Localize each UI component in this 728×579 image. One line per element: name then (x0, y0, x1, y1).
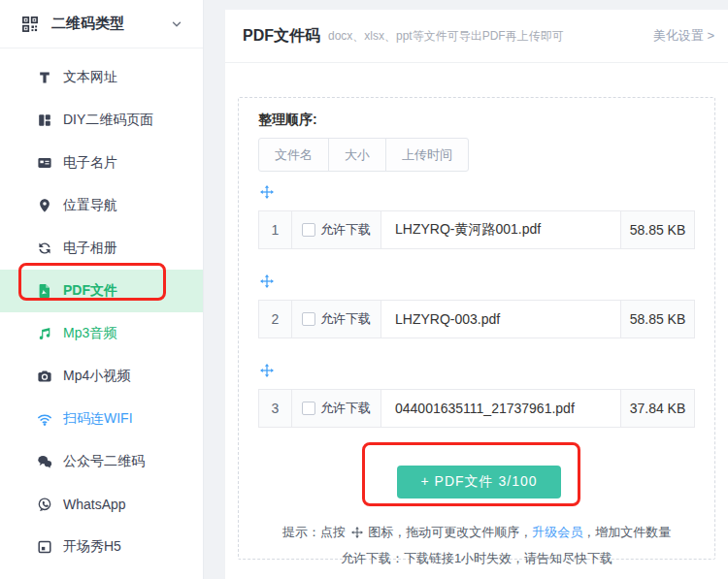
sort-button-0[interactable]: 文件名 (258, 138, 329, 172)
page-subtitle: docx、xlsx、ppt等文件可导出PDF再上传即可 (328, 28, 653, 45)
pdf-icon (36, 283, 53, 299)
tip-line-1: 提示：点按 图标，拖动可更改文件顺序，升级会员，增加文件数量 (258, 519, 695, 545)
sidebar-item-wechat[interactable]: 公众号二维码 (0, 440, 203, 483)
sidebar-item-pdf[interactable]: PDF文件 (0, 270, 203, 312)
sidebar-item-wifi[interactable]: 扫码连WIFI (0, 398, 203, 440)
allow-download-checkbox[interactable] (302, 402, 315, 415)
sort-button-1[interactable]: 大小 (328, 138, 386, 172)
whatsapp-icon (36, 497, 53, 512)
album-icon (36, 241, 53, 256)
file-size: 58.85 KB (621, 211, 694, 248)
add-button-area: + PDF文件 3/100 (258, 441, 695, 511)
file-name: LHZYRQ-003.pdf (381, 301, 621, 338)
file-name: LHZYRQ-黄河路001.pdf (381, 211, 621, 248)
file-group: 3 允许下载 044001635111_21737961.pdf 37.84 K… (258, 364, 695, 428)
sidebar-item-camera[interactable]: Mp4小视频 (0, 355, 203, 398)
sidebar: 二维码类型 文本网址 DIY二维码页面 电子名片 位置导航 电子相册 PDF文件… (0, 0, 204, 579)
qr-code-icon (21, 16, 39, 33)
music-icon (36, 326, 53, 341)
row-index: 2 (259, 301, 292, 338)
sidebar-menu: 文本网址 DIY二维码页面 电子名片 位置导航 电子相册 PDF文件 Mp3音频… (0, 48, 203, 579)
file-size: 58.85 KB (621, 301, 694, 338)
sidebar-item-album[interactable]: 电子相册 (0, 227, 203, 270)
h5-icon (36, 539, 53, 555)
file-list: 1 允许下载 LHZYRQ-黄河路001.pdf 58.85 KB 2 允许下载… (258, 185, 695, 428)
file-group: 1 允许下载 LHZYRQ-黄河路001.pdf 58.85 KB (258, 185, 695, 249)
sidebar-item-text[interactable]: 文本网址 (0, 56, 203, 99)
move-drag-handle-icon[interactable] (260, 274, 274, 288)
sidebar-header-label: 二维码类型 (51, 15, 170, 33)
pin-icon (36, 198, 53, 213)
row-index: 3 (259, 390, 292, 427)
chevron-down-icon (170, 17, 183, 31)
sidebar-item-more[interactable]: 更多工具 (0, 568, 203, 579)
beautify-settings-link[interactable]: 美化设置 > (653, 27, 714, 45)
file-manager-panel: 整理顺序: 文件名大小上传时间 1 允许下载 LHZYRQ-黄河路001.pdf… (238, 97, 715, 560)
allow-download-checkbox[interactable] (302, 223, 315, 237)
table-row: 3 允许下载 044001635111_21737961.pdf 37.84 K… (258, 389, 695, 428)
table-row: 2 允许下载 LHZYRQ-003.pdf 58.85 KB (258, 300, 695, 338)
main-header: PDF文件码 docx、xlsx、ppt等文件可导出PDF再上传即可 美化设置 … (225, 10, 728, 63)
move-icon (351, 527, 363, 538)
file-name: 044001635111_21737961.pdf (381, 390, 621, 427)
sidebar-item-whatsapp[interactable]: WhatsApp (0, 483, 203, 526)
add-pdf-file-button[interactable]: + PDF文件 3/100 (397, 466, 561, 499)
sidebar-item-music[interactable]: Mp3音频 (0, 312, 203, 355)
sidebar-item-h5[interactable]: 开场秀H5 (0, 526, 203, 568)
row-index: 1 (259, 211, 292, 248)
camera-icon (36, 369, 53, 384)
wifi-icon (36, 411, 53, 427)
sort-button-2[interactable]: 上传时间 (385, 138, 469, 172)
move-drag-handle-icon[interactable] (260, 364, 274, 377)
card-icon (36, 155, 53, 171)
upgrade-member-link[interactable]: 升级会员 (532, 525, 582, 539)
allow-download-label: 允许下载 (320, 221, 371, 239)
tips: 提示：点按 图标，拖动可更改文件顺序，升级会员，增加文件数量 允许下载：下载链接… (258, 519, 695, 571)
tip-line-2: 允许下载：下载链接1小时失效，请告知尽快下载 (258, 545, 695, 571)
allow-download-label: 允许下载 (320, 400, 371, 417)
allow-download-checkbox[interactable] (302, 312, 315, 326)
wechat-icon (36, 454, 53, 469)
page-title: PDF文件码 (243, 26, 320, 47)
allow-download-label: 允许下载 (320, 310, 371, 328)
sort-button-group: 文件名大小上传时间 (258, 138, 695, 172)
move-drag-handle-icon[interactable] (260, 185, 274, 199)
sidebar-header-qr-type[interactable]: 二维码类型 (0, 0, 203, 48)
table-row: 1 允许下载 LHZYRQ-黄河路001.pdf 58.85 KB (258, 210, 695, 249)
sort-order-label: 整理顺序: (258, 112, 695, 129)
sidebar-item-pin[interactable]: 位置导航 (0, 184, 203, 227)
file-size: 37.84 KB (621, 390, 694, 427)
sidebar-item-card[interactable]: 电子名片 (0, 142, 203, 184)
sidebar-item-diy[interactable]: DIY二维码页面 (0, 99, 203, 142)
main-panel: PDF文件码 docx、xlsx、ppt等文件可导出PDF再上传即可 美化设置 … (225, 10, 728, 579)
diy-icon (36, 113, 53, 128)
file-group: 2 允许下载 LHZYRQ-003.pdf 58.85 KB (258, 274, 695, 338)
text-icon (36, 70, 53, 85)
